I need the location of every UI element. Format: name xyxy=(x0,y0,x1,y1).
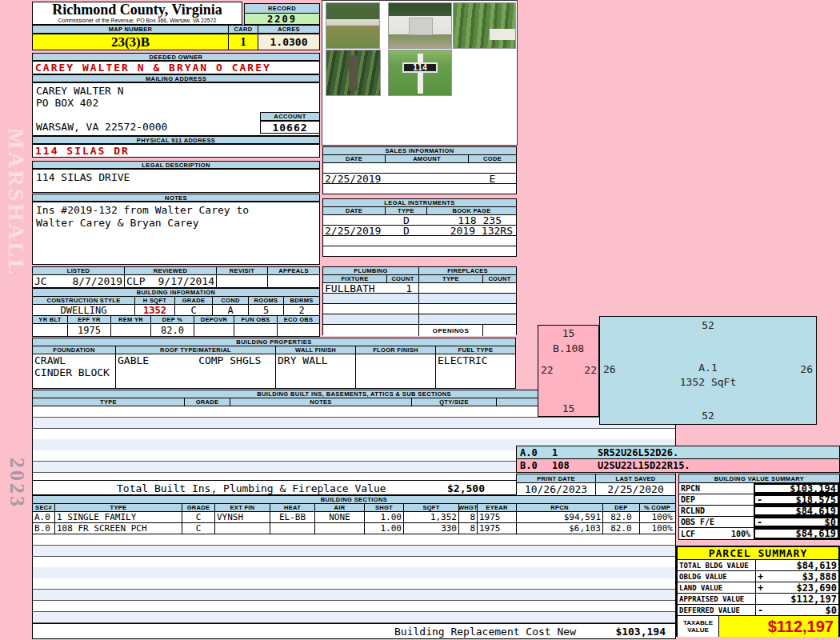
col-wall-finish: WALL FINISH xyxy=(276,346,356,354)
watermark-year: 2023 xyxy=(5,458,29,509)
sketch-b-bottom-dim: 15 xyxy=(538,402,598,414)
col-roof: ROOF TYPE/MATERIAL xyxy=(116,346,276,354)
sketch-a-top-dim: 52 xyxy=(600,319,816,331)
legal-description-value: 114 SILAS DRIVE xyxy=(32,169,320,193)
li-type xyxy=(386,246,427,256)
plumbing-fireplaces: PLUMBING FIREPLACES FIXTURE COUNT TYPE C… xyxy=(322,266,517,335)
parcel-value: $0 xyxy=(826,605,837,615)
fp-type xyxy=(419,283,483,293)
parcel-row: DEFERRED VALUE -$0 xyxy=(678,605,838,616)
account-value: 10662 xyxy=(260,121,320,134)
bvs-value: $103,194 xyxy=(790,483,836,494)
reviewed-by: CLP xyxy=(126,275,145,287)
parcel-label: DEFERRED VALUE xyxy=(678,605,756,615)
sec-a: A.0 xyxy=(33,512,55,522)
sign-post xyxy=(418,54,423,93)
mailing-line: CAREY WALTER N xyxy=(36,85,319,97)
col-sqft: SQFT xyxy=(404,504,459,511)
bvs-pct: 100% xyxy=(731,530,750,538)
parcel-row: TOTAL BLDG VALUE $84,619 xyxy=(678,560,838,571)
hsqft: 1352 xyxy=(135,305,175,315)
plumbing-row xyxy=(323,314,516,325)
li-date xyxy=(323,246,386,256)
reviewed-header: REVIEWED xyxy=(125,267,217,274)
taxable-row: TAXABLE VALUE $112,197 xyxy=(678,616,838,637)
legal-instrument-row: 2/25/2019 D 2019 132RS xyxy=(323,226,516,236)
building-information-title: BUILDING INFORMATION xyxy=(33,289,319,297)
plumbing-row: FULLBATH 1 xyxy=(323,283,516,294)
bvs-row: RPCN $103,194 xyxy=(679,483,839,494)
taxable-value: $112,197 xyxy=(719,616,838,637)
fixture xyxy=(323,304,387,314)
sec-b-shgt: 1.00 xyxy=(365,523,404,534)
sec-b: B.0 xyxy=(33,523,55,534)
cond: A xyxy=(213,305,249,315)
deeded-owner-label: DEEDED OWNER xyxy=(32,53,320,61)
sketch-a-sqft: 1352 SqFt xyxy=(600,376,816,388)
sec-b-sqft: 330 xyxy=(404,523,459,534)
yr-blt xyxy=(33,324,68,336)
fixture-count xyxy=(387,314,419,324)
vector-num: 1 xyxy=(552,447,598,458)
fun-obs xyxy=(234,324,278,336)
sec-a-sqft: 1,352 xyxy=(404,512,459,522)
sec-a-comp: 100% xyxy=(640,512,674,522)
acres-label: ACRES xyxy=(258,26,319,33)
col-depovr: DEPOVR xyxy=(194,316,234,323)
bdrms: 2 xyxy=(284,305,319,315)
last-saved-value: 2/25/2020 xyxy=(596,483,675,495)
mailing-address-label: MAILING ADDRESS xyxy=(32,74,320,82)
sketch-vector-b: B.0 108 U2SU22L15D22R15. xyxy=(516,459,840,473)
sec-b-eyear: 1975 xyxy=(478,523,517,534)
building-section-row: A.0 1 SINGLE FAMILY C VYNSH EL-BB NONE 1… xyxy=(33,512,675,523)
col-bi-type: TYPE xyxy=(33,398,185,406)
building-information: BUILDING INFORMATION CONSTRUCTION STYLE … xyxy=(32,288,320,337)
photo-address-sign: 114 xyxy=(388,50,452,96)
photo-willow-trees xyxy=(326,50,381,96)
sec-b-air xyxy=(315,523,365,534)
plumbing-row xyxy=(323,304,516,314)
appeals-value xyxy=(268,275,319,287)
col-whgt: WHGT xyxy=(459,504,478,511)
col-sale-code: CODE xyxy=(469,155,516,162)
acres-value: 1.0300 xyxy=(258,34,319,50)
sketch-section-a: 52 26 A.1 1352 SqFt 26 52 xyxy=(599,316,817,425)
construction-style: DWELLING xyxy=(33,305,135,315)
col-floor-finish: FLOOR FINISH xyxy=(356,346,436,354)
col-type: TYPE xyxy=(55,504,182,511)
col-eyear: EYEAR xyxy=(478,504,517,511)
sec-b-comp: 100% xyxy=(640,523,674,534)
fixture-count xyxy=(387,294,419,303)
foundation-value: CRAWL CINDER BLOCK xyxy=(33,354,116,388)
bvs-row: RCLND $84,619 xyxy=(679,506,839,517)
property-record-card: MARSHALL 2023 Richmond County, Virginia … xyxy=(0,0,840,640)
col-sale-amount: AMOUNT xyxy=(386,155,469,162)
fp-type xyxy=(419,304,483,314)
bvs-label: RPCN xyxy=(679,483,754,494)
roof-type: GABLE xyxy=(118,354,149,366)
sec-a-shgt: 1.00 xyxy=(365,512,404,522)
parcel-summary: PARCEL SUMMARY TOTAL BLDG VALUE $84,619 … xyxy=(676,546,840,637)
appeals-header: APPEALS xyxy=(268,267,319,274)
fixture: FULLBATH xyxy=(323,283,387,293)
record-box: RECORD 2209 xyxy=(244,3,320,25)
vector-path: U2SU22L15D22R15. xyxy=(598,460,690,471)
col-construction-style: CONSTRUCTION STYLE xyxy=(33,297,135,304)
col-rooms: ROOMS xyxy=(249,297,284,304)
fixture-count: 1 xyxy=(387,283,419,293)
bvs-op: - xyxy=(757,517,762,527)
sketch-b-top-dim: 15 xyxy=(538,327,598,339)
vector-num: 108 xyxy=(552,460,598,471)
col-extfin: EXT FIN xyxy=(215,504,270,511)
sale-code: E xyxy=(469,174,516,183)
openings-label: OPENINGS xyxy=(419,325,483,336)
depovr xyxy=(194,324,234,336)
fp-type xyxy=(419,294,483,303)
sketch-b-right-dim: 22 xyxy=(584,364,597,376)
sketch-a-bottom-dim: 52 xyxy=(600,410,816,422)
bvs-label: RCLND xyxy=(679,506,754,516)
reviewed-date: 9/17/2014 xyxy=(158,275,214,287)
built-ins-total-value: $2,500 xyxy=(447,482,485,494)
li-bookpage xyxy=(427,236,516,246)
col-heat: HEAT xyxy=(270,504,315,511)
